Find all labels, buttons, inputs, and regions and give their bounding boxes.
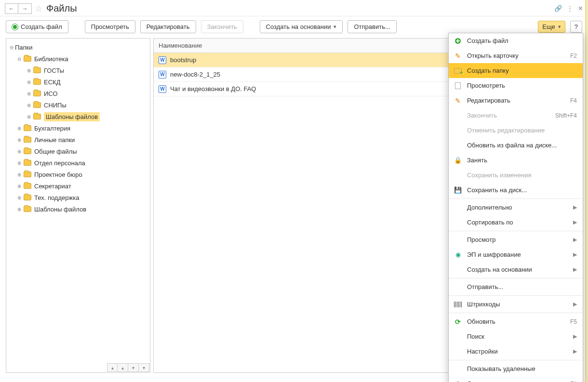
menu-item[interactable]: 🔒Занять <box>449 153 583 168</box>
menu-item[interactable]: Сортировать по▶ <box>449 215 583 230</box>
menu-separator <box>449 360 583 360</box>
menu-item[interactable]: Штрихкоды▶ <box>449 297 583 312</box>
tree-node-label: ГОСТы <box>44 67 64 74</box>
menu-item[interactable]: ✎Открыть карточкуF2 <box>449 48 583 63</box>
file-name: new-doc8-2_1_25 <box>170 71 220 78</box>
menu-item-label: Закончить <box>467 112 550 119</box>
menu-item-label: Сохранить на диск... <box>467 186 577 194</box>
menu-separator <box>449 313 583 313</box>
menu-item-label: Сохранить изменения <box>467 171 577 179</box>
tree-node[interactable]: ⊕Шаблоны файлов <box>8 203 148 215</box>
close-icon[interactable]: ✕ <box>578 5 583 12</box>
tree-node[interactable]: ⊕СНИПы <box>8 99 148 111</box>
folders-pane: ⊖Папки⊖Библиотека⊕ГОСТы⊕ЕСКД⊕ИСО⊕СНИПы⊕Ш… <box>6 38 150 373</box>
menu-item: Сохранить изменения <box>449 168 583 183</box>
folder-icon <box>33 102 41 108</box>
folder-icon <box>24 206 31 212</box>
tree-twisty-icon[interactable]: ⊕ <box>16 160 23 166</box>
menu-item-label: ЭП и шифрование <box>467 251 568 258</box>
file-name: bootstrup <box>170 56 196 64</box>
menu-item[interactable]: ◉ЭП и шифрование▶ <box>449 247 583 262</box>
tree-twisty-icon[interactable]: ⊕ <box>26 91 32 96</box>
tree-node[interactable]: ⊕ИСО <box>8 88 148 99</box>
tree-twisty-icon[interactable]: ⊕ <box>16 184 23 189</box>
tree-node-label: Шаблоны файлов <box>34 206 86 213</box>
menu-item[interactable]: Создать на основании▶ <box>449 262 583 277</box>
tree-node[interactable]: ⊕Бухгалтерия <box>8 122 148 134</box>
kebab-menu-icon[interactable]: ⋮ <box>567 5 573 12</box>
tree-node[interactable]: ⊕Проектное бюро <box>8 169 148 180</box>
menu-item[interactable]: Показывать удаленные <box>449 361 583 376</box>
tree-twisty-icon[interactable]: ⊕ <box>16 137 23 143</box>
submenu-chevron-icon: ▶ <box>573 204 577 211</box>
tree-twisty-icon[interactable]: ⊖ <box>16 56 23 62</box>
tree-node-label: Папки <box>15 44 33 51</box>
tree-node-label: Общие файлы <box>34 148 77 155</box>
tree-node[interactable]: ⊕Секретариат <box>8 180 148 192</box>
tree-node[interactable]: ⊖Папки <box>8 41 148 53</box>
menu-item-label: Дополнительно <box>467 204 568 211</box>
folder-icon <box>33 79 41 85</box>
tree-twisty-icon[interactable]: ⊕ <box>26 79 32 85</box>
menu-item-icon: 💾 <box>454 186 462 194</box>
menu-item[interactable]: Создать папку <box>449 63 583 78</box>
menu-item-label: Обновить <box>467 318 565 325</box>
view-button[interactable]: Просмотреть <box>85 20 135 33</box>
tree-up-button[interactable]: ▴ <box>118 363 128 372</box>
menu-item[interactable]: Обновить из файла на диске... <box>449 138 583 153</box>
menu-item[interactable]: Отправить... <box>449 279 583 294</box>
tree-twisty-icon[interactable]: ⊕ <box>26 68 32 73</box>
tree-collapse-all-button[interactable]: ▴ <box>107 363 118 372</box>
tree-node[interactable]: ⊕Тех. поддержка <box>8 192 148 203</box>
link-icon[interactable]: 🔗 <box>554 5 562 12</box>
tree-node-label: Бухгалтерия <box>34 125 70 132</box>
folder-icon <box>24 160 31 166</box>
col-name-label: Наименование <box>159 42 202 49</box>
menu-item[interactable]: Поиск▶ <box>449 329 583 344</box>
menu-item[interactable]: Дополнительно▶ <box>449 200 583 215</box>
edit-button[interactable]: Редактировать <box>140 20 196 33</box>
menu-item[interactable]: Просмотр▶ <box>449 232 583 247</box>
tree-node-label: Личные папки <box>34 136 75 144</box>
send-button[interactable]: Отправить... <box>347 20 396 33</box>
col-name[interactable]: Наименование↓ <box>154 39 457 53</box>
tree-node-label: Тех. поддержка <box>34 194 79 201</box>
word-doc-icon: W <box>159 71 166 79</box>
menu-item[interactable]: ✎РедактироватьF4 <box>449 93 583 108</box>
tree-node[interactable]: ⊕Личные папки <box>8 134 148 145</box>
tree-node[interactable]: ⊕Отдел персонала <box>8 157 148 169</box>
menu-item[interactable]: ⟳ОбновитьF5 <box>449 314 583 329</box>
nav-back-button[interactable]: ← <box>5 3 18 14</box>
create-file-button[interactable]: Создать файл <box>6 20 68 33</box>
menu-item[interactable]: Настройки▶ <box>449 344 583 359</box>
more-button[interactable]: Еще <box>538 21 565 33</box>
tree-twisty-icon[interactable]: ⊕ <box>16 126 23 131</box>
page-title: Файлы <box>46 3 77 14</box>
favorite-star-icon[interactable]: ☆ <box>35 3 42 14</box>
folder-icon <box>33 91 41 96</box>
window-header: ← → ☆ Файлы 🔗 ⋮ ✕ <box>0 0 588 16</box>
tree-twisty-icon[interactable]: ⊕ <box>26 103 32 108</box>
tree-expand-all-button[interactable]: ▾ <box>139 363 149 372</box>
tree-twisty-icon[interactable]: ⊕ <box>16 172 23 177</box>
create-from-button[interactable]: Создать на основании <box>260 20 343 33</box>
tree-twisty-icon[interactable]: ⊕ <box>16 207 23 212</box>
tree-twisty-icon[interactable]: ⊕ <box>16 195 23 200</box>
help-button[interactable]: ? <box>570 21 582 33</box>
menu-item[interactable]: 💾Сохранить на диск... <box>449 183 583 198</box>
tree-twisty-icon[interactable]: ⊖ <box>8 45 15 50</box>
tree-twisty-icon[interactable]: ⊕ <box>16 149 23 154</box>
menu-item[interactable]: Создать файл <box>449 33 583 48</box>
menu-item[interactable]: ?СправкаF1 <box>449 376 583 382</box>
tree-node[interactable]: ⊕Шаблоны файлов <box>8 111 148 122</box>
tree-node[interactable]: ⊖Библиотека <box>8 53 148 65</box>
tree-twisty-icon[interactable]: ⊕ <box>26 114 32 119</box>
tree-down-button[interactable]: ▾ <box>128 363 139 372</box>
menu-item-label: Поиск <box>467 333 568 340</box>
tree-node[interactable]: ⊕ЕСКД <box>8 76 148 88</box>
nav-forward-button[interactable]: → <box>18 3 32 14</box>
tree-node[interactable]: ⊕Общие файлы <box>8 145 148 157</box>
menu-item[interactable]: Просмотреть <box>449 78 583 93</box>
tree-node[interactable]: ⊕ГОСТы <box>8 65 148 76</box>
word-doc-icon: W <box>159 85 166 93</box>
